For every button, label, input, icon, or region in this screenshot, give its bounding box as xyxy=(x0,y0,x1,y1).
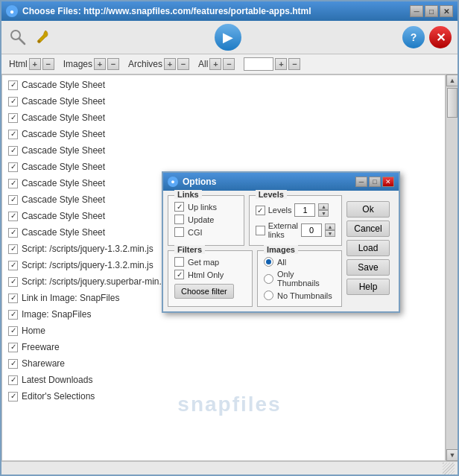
no-thumbnails-radio[interactable] xyxy=(264,291,273,300)
list-item[interactable]: Freeware xyxy=(2,339,445,355)
levels-spin-down[interactable]: ▼ xyxy=(318,210,329,217)
item-checkbox[interactable] xyxy=(8,244,18,254)
only-thumbnails-row: Only Thumbnails xyxy=(264,270,335,288)
scroll-thumb[interactable] xyxy=(447,88,458,118)
search-button[interactable] xyxy=(7,27,28,48)
only-thumbnails-label: Only Thumbnails xyxy=(277,270,335,288)
main-window: ● Choose Files: http://www.snapfiles.com… xyxy=(0,0,459,476)
item-checkbox[interactable] xyxy=(8,359,18,369)
item-name: Cascade Style Sheet xyxy=(22,129,105,139)
nav-arrow-icon: ▶ xyxy=(223,31,233,44)
list-item[interactable]: Shareware xyxy=(2,355,445,372)
filter-input-plus-button[interactable]: + xyxy=(275,58,287,70)
wrench-button[interactable] xyxy=(33,27,54,48)
levels-input[interactable] xyxy=(294,203,315,217)
up-links-label: Up links xyxy=(188,203,217,212)
get-map-checkbox[interactable] xyxy=(174,257,184,267)
item-checkbox[interactable] xyxy=(8,162,18,172)
item-name: Cascade Style Sheet xyxy=(22,178,105,188)
all-radio[interactable] xyxy=(264,257,273,267)
cancel-button[interactable]: Cancel xyxy=(346,220,390,237)
search-icon xyxy=(10,29,26,45)
item-checkbox[interactable] xyxy=(8,277,18,287)
item-checkbox[interactable] xyxy=(8,392,18,402)
filter-input[interactable] xyxy=(244,57,273,71)
load-button[interactable]: Load xyxy=(346,240,390,256)
list-item[interactable]: Cascade Style Sheet xyxy=(2,110,445,126)
list-item[interactable]: Cascade Style Sheet xyxy=(2,142,445,159)
cgi-checkbox[interactable] xyxy=(174,227,184,237)
dialog-minimize-button[interactable]: ─ xyxy=(355,177,367,187)
close-round-button[interactable]: ✕ xyxy=(429,26,452,48)
list-item[interactable]: Home xyxy=(2,323,445,339)
item-checkbox[interactable] xyxy=(8,130,18,139)
list-item[interactable]: Latest Downloads xyxy=(2,372,445,388)
all-plus-button[interactable]: + xyxy=(209,58,221,70)
html-plus-button[interactable]: + xyxy=(29,58,41,70)
item-checkbox[interactable] xyxy=(8,261,18,270)
maximize-button[interactable]: □ xyxy=(425,5,438,17)
html-only-checkbox[interactable] xyxy=(174,270,184,279)
scroll-down-button[interactable]: ▼ xyxy=(446,449,458,461)
levels-spin-up[interactable]: ▲ xyxy=(318,203,329,210)
item-checkbox[interactable] xyxy=(8,80,18,90)
item-checkbox[interactable] xyxy=(8,179,18,188)
get-map-row: Get map xyxy=(174,257,246,267)
levels-label: Levels xyxy=(268,206,292,215)
item-checkbox[interactable] xyxy=(8,310,18,320)
list-item[interactable]: Cascade Style Sheet xyxy=(2,77,445,93)
external-links-spinner: ▲ ▼ xyxy=(325,223,335,237)
item-name: Cascade Style Sheet xyxy=(22,162,105,172)
item-checkbox[interactable] xyxy=(8,212,18,221)
archives-minus-button[interactable]: − xyxy=(177,58,189,70)
only-thumbnails-radio[interactable] xyxy=(264,274,273,284)
all-radio-row: All xyxy=(264,257,335,267)
item-checkbox[interactable] xyxy=(8,343,18,352)
images-minus-button[interactable]: − xyxy=(107,58,119,70)
list-item[interactable]: Editor's Selections xyxy=(2,388,445,404)
html-only-label: Html Only xyxy=(188,270,224,279)
no-thumbnails-label: No Thumbnails xyxy=(277,291,332,300)
item-checkbox[interactable] xyxy=(8,97,18,107)
external-links-input[interactable] xyxy=(301,223,322,237)
dialog-close-button[interactable]: ✕ xyxy=(382,177,394,187)
ok-button[interactable]: Ok xyxy=(346,201,390,218)
choose-filter-button[interactable]: Choose filter xyxy=(174,284,234,299)
all-minus-button[interactable]: − xyxy=(223,58,235,70)
list-item[interactable]: Cascade Style Sheet xyxy=(2,93,445,110)
title-bar: ● Choose Files: http://www.snapfiles.com… xyxy=(1,1,458,21)
ext-spin-down[interactable]: ▼ xyxy=(325,230,335,237)
filter-input-minus-button[interactable]: − xyxy=(288,58,300,70)
help-dialog-button[interactable]: Help xyxy=(346,279,390,295)
ext-spin-up[interactable]: ▲ xyxy=(325,223,335,230)
levels-checkbox[interactable] xyxy=(256,206,265,215)
item-checkbox[interactable] xyxy=(8,326,18,336)
external-links-label: External links xyxy=(268,221,298,239)
dialog-maximize-button[interactable]: □ xyxy=(369,177,381,187)
external-links-checkbox[interactable] xyxy=(256,226,265,235)
item-checkbox[interactable] xyxy=(8,146,18,156)
help-button[interactable]: ? xyxy=(402,26,425,48)
minimize-button[interactable]: ─ xyxy=(410,5,423,17)
item-name: Script: /scripts/jquery-1.3.2.min.js xyxy=(22,260,153,270)
item-checkbox[interactable] xyxy=(8,113,18,123)
item-checkbox[interactable] xyxy=(8,228,18,238)
close-button[interactable]: ✕ xyxy=(440,5,453,17)
list-item[interactable]: Cascade Style Sheet xyxy=(2,126,445,142)
html-minus-button[interactable]: − xyxy=(42,58,54,70)
up-links-checkbox[interactable] xyxy=(174,202,184,212)
item-checkbox[interactable] xyxy=(8,195,18,205)
images-plus-button[interactable]: + xyxy=(94,58,106,70)
update-checkbox[interactable] xyxy=(174,215,184,224)
all-filter-label: All xyxy=(198,59,208,69)
item-checkbox[interactable] xyxy=(8,293,18,303)
item-name: Home xyxy=(22,326,45,336)
navigate-button[interactable]: ▶ xyxy=(215,24,241,51)
scroll-up-button[interactable]: ▲ xyxy=(446,74,458,86)
save-button[interactable]: Save xyxy=(346,259,390,276)
archives-plus-button[interactable]: + xyxy=(164,58,176,70)
scroll-track[interactable] xyxy=(446,86,458,449)
item-checkbox[interactable] xyxy=(8,375,18,385)
resize-gripper[interactable] xyxy=(443,463,455,475)
svg-line-1 xyxy=(19,39,25,44)
